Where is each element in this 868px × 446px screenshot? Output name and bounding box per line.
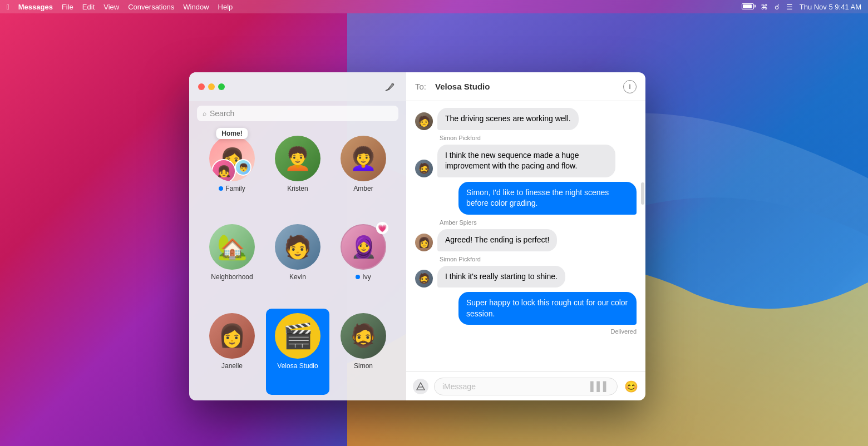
- amber-avatar: 👩‍🦱: [341, 136, 386, 181]
- kristen-name: Kristen: [287, 185, 308, 192]
- sidebar-titlebar: [189, 72, 406, 101]
- message-row-2: 🧔 I think the new sequence made a huge i…: [415, 145, 637, 177]
- simon-avatar-wrapper: 🧔: [341, 313, 386, 359]
- search-menubar-icon[interactable]: ☌: [775, 3, 780, 11]
- simon-avatar: 🧔: [341, 313, 386, 359]
- minimize-button[interactable]: [208, 83, 215, 90]
- family-dot: [219, 186, 223, 191]
- kristen-avatar: 🧑‍🦱: [275, 136, 320, 181]
- family-sub1: 👧: [211, 159, 236, 181]
- contact-grid: Home! 👩 👧 👦 Family: [189, 126, 406, 400]
- message-group-3: Simon, I'd like to finesse the night sce…: [415, 182, 637, 215]
- home-tooltip: Home!: [216, 128, 248, 139]
- kevin-name: Kevin: [289, 273, 306, 281]
- info-icon: i: [629, 82, 631, 91]
- message-row-6: Super happy to lock this rough cut for o…: [415, 292, 637, 325]
- chat-header: To: Velosa Studio i: [406, 72, 645, 101]
- message-input[interactable]: iMessage ▌▌▌: [434, 378, 618, 395]
- app-name-menu[interactable]: Messages: [18, 3, 53, 11]
- message-group-6: Super happy to lock this rough cut for o…: [415, 292, 637, 335]
- family-avatar-wrapper: Home! 👩 👧 👦: [209, 136, 255, 181]
- contact-janelle[interactable]: 👩 Janelle: [200, 309, 264, 395]
- edit-menu[interactable]: Edit: [82, 3, 95, 11]
- scroll-indicator[interactable]: [641, 182, 644, 205]
- chat-panel: To: Velosa Studio i 🧑 The driving scenes…: [406, 72, 645, 400]
- view-menu[interactable]: View: [103, 3, 119, 11]
- kevin-avatar: 🧑: [275, 224, 320, 270]
- traffic-lights: [198, 83, 225, 90]
- chat-messages: 🧑 The driving scenes are working well. S…: [406, 101, 645, 371]
- sender-label-simon-2: Simon Pickford: [440, 256, 637, 262]
- window-menu[interactable]: Window: [183, 3, 209, 11]
- emoji-button[interactable]: 😊: [623, 379, 639, 394]
- sender-label-simon-1: Simon Pickford: [440, 135, 637, 141]
- menubar:  Messages File Edit View Conversations …: [0, 0, 868, 13]
- velosa-avatar: 🎬: [275, 313, 320, 359]
- bubble-2: I think the new sequence made a huge imp…: [437, 145, 615, 177]
- contact-family[interactable]: Home! 👩 👧 👦 Family: [200, 131, 264, 217]
- contact-velosa[interactable]: 🎬 Velosa Studio: [266, 309, 329, 395]
- sender-label-amber: Amber Spiers: [440, 219, 637, 226]
- neighborhood-name: Neighborhood: [211, 273, 253, 281]
- kevin-avatar-wrapper: 🧑: [275, 224, 320, 270]
- clock: Thu Nov 5 9:41 AM: [800, 3, 861, 11]
- velosa-name: Velosa Studio: [277, 362, 318, 370]
- wifi-icon: ⌘: [761, 3, 768, 11]
- chat-recipient: Velosa Studio: [435, 82, 490, 91]
- message-row-1: 🧑 The driving scenes are working well.: [415, 108, 637, 130]
- search-bar[interactable]: ⌕ Search: [197, 106, 398, 121]
- conversations-menu[interactable]: Conversations: [128, 3, 174, 11]
- family-name-row: Family: [219, 185, 245, 192]
- contact-amber[interactable]: 👩‍🦱 Amber: [332, 131, 395, 217]
- simon-name: Simon: [354, 362, 373, 370]
- to-label: To:: [415, 82, 426, 91]
- messages-window: ⌕ Search Home! 👩 👧 👦: [189, 72, 645, 400]
- ivy-dot: [356, 275, 360, 279]
- message-placeholder: iMessage: [442, 382, 586, 391]
- message-row-4: 👩 Agreed! The ending is perfect!: [415, 229, 637, 251]
- bubble-4: Agreed! The ending is perfect!: [437, 229, 557, 251]
- file-menu[interactable]: File: [62, 3, 73, 11]
- maximize-button[interactable]: [218, 83, 225, 90]
- sidebar: ⌕ Search Home! 👩 👧 👦: [189, 72, 406, 400]
- neighborhood-avatar-wrapper: 🏡: [209, 224, 255, 270]
- compose-button[interactable]: [382, 79, 397, 95]
- bubble-1: The driving scenes are working well.: [437, 108, 579, 130]
- contact-neighborhood[interactable]: 🏡 Neighborhood: [200, 220, 264, 306]
- msg-avatar-simon-1: 🧔: [415, 160, 433, 177]
- janelle-avatar: 👩: [209, 313, 255, 359]
- waveform-icon: ▌▌▌: [590, 381, 609, 392]
- info-button[interactable]: i: [623, 80, 637, 93]
- heart-badge: 💗: [376, 222, 388, 234]
- message-group-5: Simon Pickford 🧔 I think it's really sta…: [415, 256, 637, 288]
- family-avatar: 👩 👧 👦: [209, 136, 255, 181]
- amber-name: Amber: [353, 185, 373, 192]
- msg-avatar-simon-2: 🧔: [415, 270, 433, 288]
- app-store-button[interactable]: [413, 379, 428, 394]
- amber-avatar-wrapper: 👩‍🦱: [341, 136, 386, 181]
- message-group-4: Amber Spiers 👩 Agreed! The ending is per…: [415, 219, 637, 251]
- family-sub2: 👦: [235, 159, 251, 176]
- contact-simon[interactable]: 🧔 Simon: [332, 309, 395, 395]
- close-button[interactable]: [198, 83, 205, 90]
- msg-avatar-1: 🧑: [415, 112, 433, 130]
- bubble-5: I think it's really starting to shine.: [437, 266, 565, 288]
- search-icon: ⌕: [203, 110, 206, 117]
- bubble-3: Simon, I'd like to finesse the night sce…: [458, 182, 637, 215]
- control-center-icon[interactable]: ☰: [786, 3, 793, 11]
- search-placeholder: Search: [210, 109, 234, 118]
- chat-input-bar: iMessage ▌▌▌ 😊: [406, 371, 645, 400]
- message-group-2: Simon Pickford 🧔 I think the new sequenc…: [415, 135, 637, 177]
- neighborhood-avatar: 🏡: [209, 224, 255, 270]
- contact-kevin[interactable]: 🧑 Kevin: [266, 220, 329, 306]
- msg-avatar-amber: 👩: [415, 234, 433, 251]
- help-menu[interactable]: Help: [218, 3, 233, 11]
- contact-kristen[interactable]: 🧑‍🦱 Kristen: [266, 131, 329, 217]
- kristen-avatar-wrapper: 🧑‍🦱: [275, 136, 320, 181]
- desktop:  Messages File Edit View Conversations …: [0, 0, 868, 446]
- ivy-name: Ivy: [362, 273, 371, 281]
- contact-ivy[interactable]: 💗 🧕 Ivy: [332, 220, 395, 306]
- apple-menu[interactable]: : [7, 3, 9, 11]
- janelle-avatar-wrapper: 👩: [209, 313, 255, 359]
- bubble-6: Super happy to lock this rough cut for o…: [458, 292, 637, 325]
